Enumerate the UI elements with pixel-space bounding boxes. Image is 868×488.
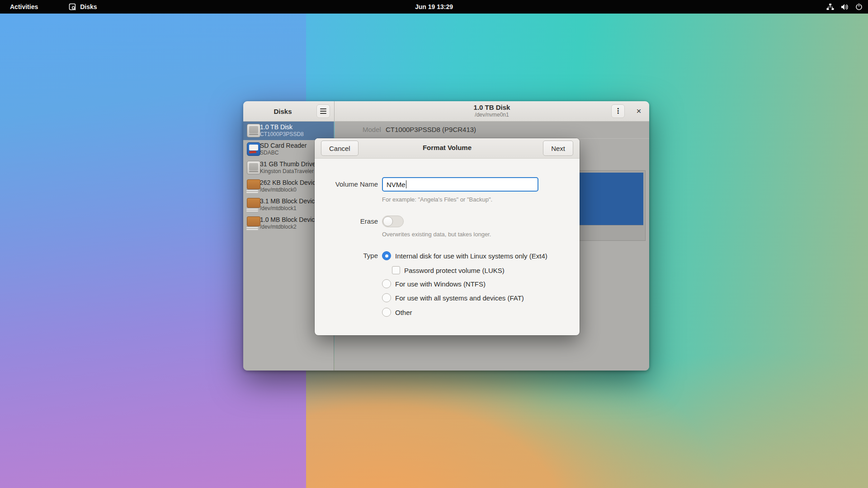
dialog-title: Format Volume [315,144,580,151]
power-icon [855,3,863,10]
volume-name-input[interactable]: NVMe [382,177,538,192]
network-icon [826,4,834,10]
type-option-fat[interactable]: For use with all systems and devices (FA… [382,292,524,303]
window-title: 1.0 TB Disk [335,103,649,112]
type-option-ext4[interactable]: Internal disk for use with Linux systems… [382,250,547,261]
option-label: For use with all systems and devices (FA… [395,294,524,302]
sidebar-header: Disks [243,101,335,121]
type-option-luks[interactable]: Password protect volume (LUKS) [392,265,505,276]
close-button[interactable]: × [632,104,646,118]
disks-window: Disks 1.0 TB Disk /dev/nvme0n1 ⋮ × [243,101,649,371]
model-value: CT1000P3PSSD8 (P9CR413) [386,126,476,133]
model-label: Model [363,126,381,133]
type-option-ntfs[interactable]: For use with Windows (NTFS) [382,278,486,289]
volume-name-hint: For example: "Angela's Files" or "Backup… [382,196,492,203]
text-caret [406,180,406,188]
format-volume-dialog: Cancel Format Volume Next Volume Name NV… [315,138,580,335]
clock[interactable]: Jun 19 13:29 [415,3,453,10]
desktop: Activities Disks Jun 19 13:29 [0,0,868,488]
main-header: 1.0 TB Disk /dev/nvme0n1 ⋮ × [335,101,649,121]
dialog-header[interactable]: Cancel Format Volume Next [315,138,580,159]
model-row: Model CT1000P3PSSD8 (P9CR413) [335,122,649,139]
toggle-knob [383,216,393,226]
window-subtitle: /dev/nvme0n1 [335,112,649,118]
radio-button[interactable] [382,308,391,317]
block-device-icon [247,179,260,189]
disks-app-icon [69,3,76,11]
checkbox[interactable] [392,266,400,274]
erase-label: Erase [315,216,378,227]
device-subtitle: CT1000P3PSSD8 [260,131,333,138]
activities-button[interactable]: Activities [6,3,42,10]
close-icon: × [636,106,641,116]
focused-app-button[interactable]: Disks [65,3,100,11]
radio-button[interactable] [382,293,391,302]
window-titlebar[interactable]: Disks 1.0 TB Disk /dev/nvme0n1 ⋮ × [243,101,649,122]
kebab-menu-icon: ⋮ [614,108,622,115]
erase-toggle[interactable] [382,216,404,227]
window-title-stack: 1.0 TB Disk /dev/nvme0n1 [335,103,649,118]
volume-icon [841,4,849,10]
dialog-body: Volume Name NVMe For example: "Angela's … [315,158,580,335]
hard-drive-icon [247,124,260,137]
hamburger-icon [320,108,326,114]
volume-name-label: Volume Name [315,177,378,192]
option-label: Internal disk for use with Linux systems… [395,252,547,260]
focused-app-name: Disks [80,3,97,10]
gnome-top-bar: Activities Disks Jun 19 13:29 [0,0,868,14]
next-button[interactable]: Next [543,141,573,156]
option-label: For use with Windows (NTFS) [395,280,486,288]
drive-menu-button[interactable]: ⋮ [611,104,625,118]
radio-button[interactable] [382,251,391,260]
option-label: Other [395,309,412,316]
volume-name-value: NVMe [387,181,406,188]
sidebar-header-title: Disks [274,108,292,115]
block-device-icon [247,216,260,226]
option-label: Password protect volume (LUKS) [404,267,505,274]
type-option-other[interactable]: Other [382,307,412,318]
type-label: Type [315,250,378,261]
device-row[interactable]: 1.0 TB Disk CT1000P3PSSD8 [243,122,334,140]
erase-hint: Overwrites existing data, but takes long… [382,231,491,238]
radio-button[interactable] [382,279,391,288]
sd-card-icon [247,142,260,156]
app-menu-button[interactable] [316,104,330,118]
system-status-area[interactable] [826,0,863,14]
block-device-icon [247,198,260,208]
hard-drive-icon [247,161,260,174]
device-title: 1.0 TB Disk [260,123,333,131]
